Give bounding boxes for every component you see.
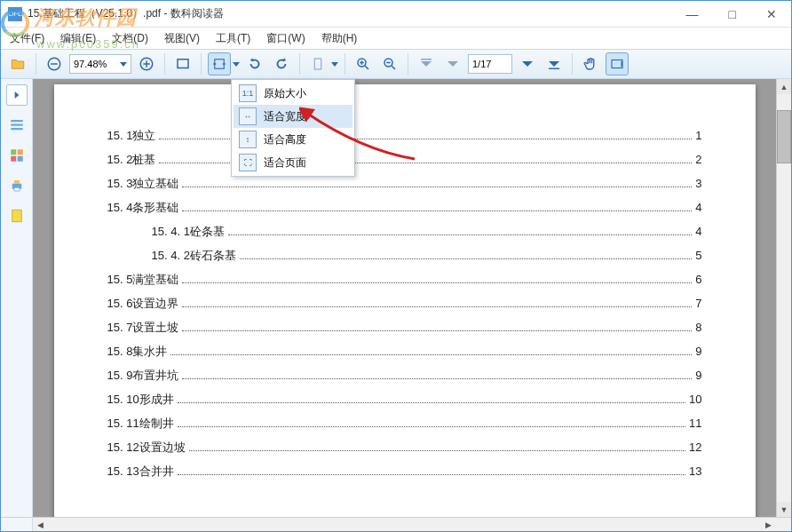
svg-rect-10 <box>11 120 23 122</box>
sidebar-notes-button[interactable] <box>6 205 28 226</box>
menu-document[interactable]: 文档(D) <box>108 29 152 48</box>
toc-entry: 15. 2 桩基2 <box>107 152 702 168</box>
vertical-scrollbar[interactable]: ▲ ▼ <box>776 79 791 517</box>
dropdown-item-fit-page[interactable]: ⛶ 适合页面 <box>234 151 352 174</box>
zoom-in-tool-button[interactable] <box>352 52 375 75</box>
single-page-button[interactable] <box>306 52 329 75</box>
toc-number: 15. 3 <box>107 177 133 190</box>
toc-title: 独立 <box>132 128 155 144</box>
dropdown-item-original-size[interactable]: 1:1 原始大小 <box>234 82 352 105</box>
toc-entry: 15. 13 合并井13 <box>107 464 702 480</box>
dropdown-item-fit-width[interactable]: ↔ 适合宽度 <box>234 105 352 128</box>
svg-rect-11 <box>11 124 23 126</box>
prev-page-button[interactable] <box>441 52 464 75</box>
toc-number: 15. 4. 1 <box>152 225 190 238</box>
toc-number: 15. 1 <box>107 129 133 142</box>
toc-title: 条形基础 <box>132 200 178 216</box>
svg-rect-14 <box>17 149 22 155</box>
window-title: 15.基础工程（V25.1.0）.pdf - 数科阅读器 <box>28 6 224 21</box>
menu-window[interactable]: 窗口(W) <box>263 29 308 48</box>
menu-help[interactable]: 帮助(H) <box>318 29 361 48</box>
fit-height-icon: ↕ <box>239 131 257 148</box>
toc-number: 15. 8 <box>107 345 133 358</box>
last-page-button[interactable] <box>543 52 566 75</box>
toc-entry: 15. 3 独立基础3 <box>107 176 702 192</box>
toc-number: 15. 11 <box>107 417 139 430</box>
fit-mode-dropdown: 1:1 原始大小 ↔ 适合宽度 ↕ 适合高度 ⛶ 适合页面 <box>231 79 355 177</box>
first-page-button[interactable] <box>415 52 438 75</box>
toc-title: 布置井坑 <box>132 368 178 384</box>
sidebar-print-button[interactable] <box>6 175 28 196</box>
toc-entry: 15. 4 条形基础4 <box>107 200 702 216</box>
svg-rect-3 <box>215 60 225 69</box>
fit-page-icon: ⛶ <box>239 154 257 171</box>
fullscreen-button[interactable] <box>171 52 194 75</box>
toc-entry: 15. 9 布置井坑9 <box>107 368 702 384</box>
document-page: 15. 1 独立115. 2 桩基215. 3 独立基础315. 4 条形基础4… <box>54 84 756 517</box>
rotate-left-button[interactable] <box>243 52 266 75</box>
svg-rect-8 <box>549 68 559 70</box>
toc-title: 独立基础 <box>132 176 178 192</box>
toc-number: 15. 9 <box>107 369 133 382</box>
toc-title: 桩基 <box>132 152 155 168</box>
menu-view[interactable]: 视图(V) <box>161 29 203 48</box>
toc-title: 形成井 <box>139 392 174 408</box>
svg-rect-9 <box>612 60 622 68</box>
menu-tool[interactable]: 工具(T) <box>212 29 254 48</box>
toc-title: 设置边界 <box>132 296 178 312</box>
toc-page-number: 9 <box>695 369 701 382</box>
toc-entry: 15. 6 设置边界7 <box>107 296 702 312</box>
toc-page-number: 5 <box>695 249 701 262</box>
next-page-button[interactable] <box>516 52 539 75</box>
sidebar-thumbnail-button[interactable] <box>6 145 28 166</box>
hand-tool-button[interactable] <box>579 52 602 75</box>
toc-page-number: 4 <box>695 225 701 238</box>
toc-page-number: 4 <box>695 201 701 214</box>
toc-title: 集水井 <box>132 344 167 360</box>
svg-rect-20 <box>12 210 21 222</box>
svg-rect-15 <box>11 156 16 162</box>
svg-rect-19 <box>14 187 20 191</box>
fit-width-icon: ↔ <box>239 107 257 125</box>
toc-entry: 15. 5 满堂基础6 <box>107 272 702 288</box>
menu-file[interactable]: 文件(F) <box>6 29 48 48</box>
fit-mode-button[interactable] <box>208 52 231 75</box>
zoom-level-input[interactable]: 97.48% <box>69 54 131 74</box>
minimize-button[interactable]: — <box>679 5 706 23</box>
page-number-input[interactable]: 1/17 <box>468 54 512 74</box>
text-select-tool-button[interactable] <box>606 52 629 75</box>
page-layout-dropdown-toggle[interactable] <box>331 62 338 67</box>
toc-entry: 15. 10 形成井10 <box>107 392 702 408</box>
menu-edit[interactable]: 编辑(E) <box>57 29 99 48</box>
zoom-out-button[interactable] <box>43 52 66 75</box>
sidebar-outline-button[interactable] <box>6 115 28 136</box>
toc-title: 设置边坡 <box>139 440 186 456</box>
rotate-right-button[interactable] <box>270 52 293 75</box>
svg-rect-13 <box>11 149 16 155</box>
app-icon: OFD <box>8 7 22 21</box>
open-button[interactable] <box>6 52 29 75</box>
svg-rect-18 <box>14 180 20 184</box>
svg-rect-7 <box>421 59 432 60</box>
toc-entry: 15. 4. 2 砖石条基5 <box>107 248 702 264</box>
svg-rect-16 <box>17 156 22 162</box>
horizontal-scrollbar[interactable]: ◀▶ <box>1 517 791 531</box>
toc-page-number: 11 <box>689 417 701 430</box>
toc-page-number: 8 <box>695 321 701 334</box>
dropdown-item-fit-height[interactable]: ↕ 适合高度 <box>234 128 352 151</box>
titlebar: OFD 15.基础工程（V25.1.0）.pdf - 数科阅读器 — □ ✕ <box>1 1 791 28</box>
maximize-button[interactable]: □ <box>722 5 743 23</box>
toc-page-number: 13 <box>689 465 701 478</box>
toc-title: 砼条基 <box>190 224 225 240</box>
toc-number: 15. 12 <box>107 441 139 454</box>
sidebar-toggle-button[interactable] <box>6 84 28 106</box>
toc-number: 15. 13 <box>107 465 139 478</box>
fit-mode-dropdown-toggle[interactable] <box>233 62 240 67</box>
svg-rect-2 <box>178 60 188 68</box>
toc-number: 15. 4. 2 <box>152 249 190 262</box>
toc-page-number: 7 <box>695 297 701 310</box>
zoom-out-tool-button[interactable] <box>378 52 401 75</box>
svg-rect-12 <box>11 128 23 130</box>
close-button[interactable]: ✕ <box>759 5 784 23</box>
zoom-in-button[interactable] <box>135 52 158 75</box>
